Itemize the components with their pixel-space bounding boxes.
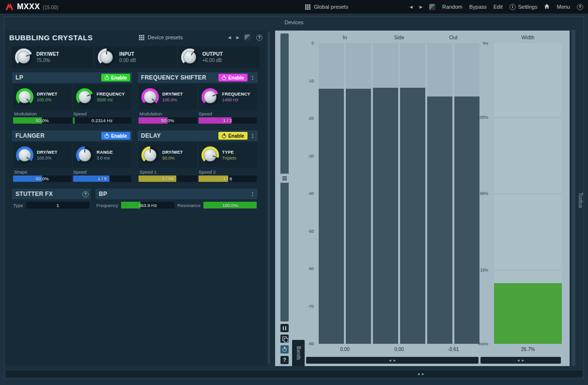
- range-knob[interactable]: [76, 146, 93, 164]
- melda-logo-icon: [5, 2, 14, 12]
- scroll-right-icon: ▸: [522, 358, 525, 363]
- modulation-slider[interactable]: 50.0%: [13, 117, 72, 124]
- device-stutter-fx: STUTTER FX ? Type 1: [12, 189, 91, 209]
- device-help-button[interactable]: ?: [82, 191, 89, 197]
- type-knob[interactable]: [201, 146, 219, 164]
- enable-button[interactable]: Enable: [218, 132, 248, 140]
- width-tick: 33%: [480, 268, 488, 273]
- dry-wet-knob[interactable]: [141, 88, 159, 106]
- enable-button[interactable]: Enable: [101, 132, 130, 140]
- spinner-down-icon: ▼: [251, 136, 254, 139]
- device-help-button[interactable]: ?: [256, 34, 263, 41]
- bypass-button[interactable]: Bypass: [469, 4, 487, 10]
- db-tick: -20: [308, 116, 314, 121]
- knob-face: [144, 149, 156, 161]
- enable-button[interactable]: Enable: [218, 74, 248, 81]
- knob-label: DRY/WET: [162, 150, 183, 155]
- slider-value: 1 / 2: [199, 117, 257, 124]
- device-preset-next-button[interactable]: ▶: [236, 35, 239, 40]
- preset-spinner[interactable]: ▲ ▼: [249, 75, 256, 80]
- meter-column-side-l: [373, 43, 398, 344]
- db-tick: -50: [308, 229, 314, 234]
- knob-cell: DRY/WET100.0%: [13, 143, 72, 168]
- device-presets-button[interactable]: Device presets: [139, 34, 183, 40]
- meter-help-button[interactable]: ?: [280, 356, 289, 364]
- settings-button[interactable]: i Settings: [510, 4, 538, 10]
- slider-value: 1: [26, 202, 90, 209]
- knob-value: +6.00 dB: [202, 58, 223, 63]
- dry-wet-knob[interactable]: [141, 146, 159, 164]
- speed-slider[interactable]: 1 / 8: [73, 176, 132, 182]
- width-tick: 66%: [480, 191, 488, 196]
- tab-bar: Devices: [4, 17, 584, 28]
- db-scale: 0 -10 -20 -30 -40 -50 -60 -70 -80: [275, 43, 317, 344]
- dry-wet-knob[interactable]: [15, 48, 32, 66]
- resonance-slider[interactable]: 100.0%: [203, 202, 257, 209]
- speed1-slider[interactable]: 1 / 64: [139, 176, 197, 182]
- knob-cell: DRY/WET100.0%: [139, 84, 197, 110]
- frequency-knob[interactable]: [76, 88, 93, 106]
- slider-value: 50.0%: [139, 117, 197, 124]
- speed2-slider[interactable]: 1 / 8: [199, 176, 257, 182]
- tab-devices[interactable]: Devices: [284, 19, 303, 25]
- global-presets-button[interactable]: Global presets: [305, 0, 348, 14]
- menu-button[interactable]: Menu: [557, 4, 570, 10]
- shape-slider[interactable]: 50.0%: [13, 176, 72, 182]
- device-bp: BP ▲ ▼ Frequency 363.9 Hz: [95, 189, 258, 209]
- slider-label: Resonance: [177, 203, 201, 208]
- preset-spinner[interactable]: ▲ ▼: [249, 133, 256, 139]
- speed-slider[interactable]: 0.2314 Hz: [73, 117, 132, 124]
- horizontal-scrollbar[interactable]: ◂ ▸: [6, 370, 582, 377]
- dry-wet-knob[interactable]: [16, 146, 33, 164]
- device-preset-prev-button[interactable]: ◀: [228, 35, 231, 40]
- device-header: FREQUENCY SHIFTER Enable ▲ ▼: [138, 72, 258, 83]
- device-panel-scrollbar[interactable]: [267, 31, 271, 365]
- type-slider[interactable]: 1: [26, 202, 90, 209]
- power-icon: [222, 134, 226, 138]
- knob-pointer: [141, 88, 159, 106]
- knob-cell: DRY/WET50.0%: [139, 143, 197, 168]
- bands-tab-label: Bands: [296, 346, 301, 360]
- knob-label: INPUT: [119, 51, 136, 57]
- toolbar-tab-label: Toolbar: [578, 192, 583, 209]
- frequency-knob[interactable]: [201, 88, 219, 106]
- meter-h-scrollbar[interactable]: ◂ ▸: [306, 357, 479, 364]
- width-meter[interactable]: [494, 43, 562, 344]
- frequency-slider[interactable]: 363.9 Hz: [121, 202, 174, 209]
- scroll-left-icon: ◂: [418, 371, 420, 376]
- dry-wet-knob[interactable]: [16, 88, 33, 106]
- tab-toolbar[interactable]: Toolbar: [578, 192, 583, 210]
- titlebar: MXXX (15.00) Global presets ◀ ▶ Random B…: [0, 0, 588, 14]
- tab-bands[interactable]: Bands: [292, 340, 305, 366]
- meter-group-label: Side: [373, 34, 425, 40]
- knob-pointer: [16, 146, 34, 164]
- device-header: STUTTER FX ?: [12, 189, 91, 199]
- home-icon[interactable]: [544, 3, 550, 10]
- knob-label: OUTPUT: [202, 51, 223, 57]
- presets-grid-icon: [139, 35, 144, 40]
- slider-label: Modulation: [139, 111, 198, 116]
- random-button[interactable]: Random: [442, 4, 463, 10]
- preset-prev-button[interactable]: ◀: [410, 5, 413, 9]
- modulation-slider[interactable]: 50.0%: [139, 117, 197, 124]
- device-title: DELAY: [141, 132, 217, 139]
- input-gain-knob[interactable]: [98, 48, 115, 66]
- help-button[interactable]: ?: [577, 4, 583, 10]
- help-glyph: ?: [283, 357, 286, 363]
- slider-value: 363.9 Hz: [121, 202, 174, 209]
- meter-column-in-l: [319, 43, 344, 344]
- meter-power-button[interactable]: [280, 345, 289, 353]
- speed-slider[interactable]: 1 / 2: [199, 117, 257, 124]
- width-h-scrollbar[interactable]: ◂ ▸: [480, 357, 561, 364]
- output-gain-knob[interactable]: [181, 48, 199, 66]
- vertical-scrollbar[interactable]: [571, 29, 576, 367]
- ab-compare-icon[interactable]: [429, 4, 435, 10]
- edit-button[interactable]: Edit: [494, 4, 503, 10]
- device-header: FLANGER Enable: [12, 130, 132, 141]
- preset-next-button[interactable]: ▶: [419, 5, 422, 9]
- enable-button[interactable]: Enable: [101, 74, 130, 81]
- spinner-down-icon: ▼: [251, 78, 254, 80]
- preset-spinner[interactable]: ▲ ▼: [249, 192, 256, 197]
- ab-compare-icon[interactable]: [245, 34, 251, 41]
- device-title: FREQUENCY SHIFTER: [141, 74, 217, 81]
